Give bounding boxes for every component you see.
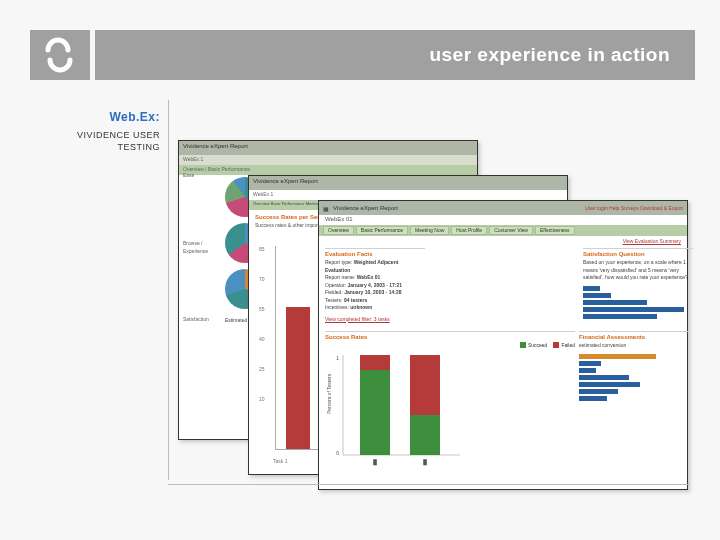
tab-effectiveness[interactable]: Effectiveness — [535, 226, 575, 235]
eval-label: Report type: — [325, 259, 352, 265]
bar — [583, 293, 611, 298]
pa-title: Financial Assessments — [579, 334, 689, 340]
axis-label: Task 1 — [273, 458, 287, 464]
eval-more-link[interactable]: View completed filter: 3 tasks — [325, 316, 425, 324]
sidebar: Web.Ex: VIVIDENCE USER TESTING — [40, 110, 160, 152]
eval-title: Evaluation Facts — [325, 251, 425, 257]
bar — [583, 286, 600, 291]
logo-icon — [30, 30, 90, 80]
svg-text:█: █ — [423, 459, 427, 466]
svg-text:█: █ — [373, 459, 377, 466]
card1-header: Vividence eXpert Report — [179, 141, 477, 155]
bar — [583, 300, 647, 305]
axis-label: 25 — [259, 366, 265, 372]
satisfaction-panel: Satisfaction Question Based on your expe… — [583, 248, 693, 323]
pa-chart — [579, 354, 689, 401]
bar — [579, 389, 618, 394]
eval-label: Report name: — [325, 274, 355, 280]
row2: Success Rates Succeed Failed Percent of … — [325, 331, 693, 474]
bar — [583, 314, 657, 319]
card2-sub: WebEx 1 — [249, 190, 567, 200]
card1-side-item: Browse / Experience — [183, 239, 219, 255]
view-summary-link[interactable]: View Evaluation Summary — [319, 236, 687, 246]
svg-rect-7 — [410, 355, 440, 415]
sidebar-sub2: TESTING — [40, 142, 160, 152]
bar — [583, 307, 684, 312]
axis-label: 40 — [259, 336, 265, 342]
card3-header-text: Vividence eXpert Report — [333, 205, 398, 211]
spacer — [429, 248, 579, 323]
success-title: Success Rates — [325, 334, 575, 340]
card3-header: ▦ Vividence eXpert Report User login Hel… — [319, 201, 687, 215]
legend: Succeed Failed — [325, 342, 575, 348]
page-title: user experience in action — [429, 44, 670, 66]
bar — [579, 382, 640, 387]
axis-label: 85 — [259, 246, 265, 252]
tab-host[interactable]: Host Profile — [451, 226, 487, 235]
tab-overview[interactable]: Overview — [323, 226, 354, 235]
financial-panel: Financial Assessments estimated conversi… — [579, 331, 689, 474]
eval-value: WebEx 01 — [357, 274, 381, 280]
svg-rect-4 — [360, 370, 390, 455]
card3-tabs: Overview Basic Performance Meeting Now H… — [319, 225, 687, 236]
tab-customer[interactable]: Customer View — [489, 226, 533, 235]
sat-text: Based on your experience, on a scale whe… — [583, 259, 693, 282]
legend-succeed: Succeed — [520, 342, 547, 348]
title-bar: user experience in action — [95, 30, 695, 80]
bar — [579, 396, 607, 401]
sidebar-heading: Web.Ex: — [40, 110, 160, 124]
axis-label: 55 — [259, 306, 265, 312]
eval-value: January 4, 2003 - 17:21 — [348, 282, 402, 288]
eval-value: 94 testers — [344, 297, 367, 303]
bar — [579, 368, 596, 373]
eval-value: January 10, 2003 - 14:28 — [344, 289, 401, 295]
card1-side-item: Satisfaction — [183, 315, 219, 323]
tab-meeting[interactable]: Meeting Now — [410, 226, 449, 235]
success-chart: Percent of Testers 1 0 █ █ — [325, 350, 465, 470]
sat-title: Satisfaction Question — [583, 251, 693, 257]
card1-sub: WebEx 1 — [179, 155, 477, 165]
card3-body: Evaluation Facts Report type: Weighted A… — [319, 246, 687, 476]
card1-side-item: Ease — [183, 171, 219, 179]
legend-label: Failed — [561, 342, 575, 348]
ylabel: Percent of Testers — [326, 373, 332, 414]
axis-label: 10 — [259, 396, 265, 402]
eval-lines: Report type: Weighted Adjacent Evaluatio… — [325, 259, 425, 323]
eval-label: Incentives: — [325, 304, 349, 310]
tab-basic[interactable]: Basic Performance — [356, 226, 408, 235]
report-card-3: ▦ Vividence eXpert Report User login Hel… — [318, 200, 688, 490]
eval-label: Fielded: — [325, 289, 343, 295]
evaluation-facts-panel: Evaluation Facts Report type: Weighted A… — [325, 248, 425, 323]
header: user experience in action — [0, 30, 720, 80]
card3-toplinks[interactable]: User login Help Surveys Download & Expor… — [585, 205, 683, 211]
divider-vertical — [168, 100, 169, 480]
bar — [579, 375, 629, 380]
svg-text:0: 0 — [336, 450, 339, 456]
sat-chart — [583, 286, 693, 319]
svg-rect-6 — [410, 415, 440, 455]
card2-header: Vividence eXpert Report — [249, 176, 567, 190]
success-rates-panel: Success Rates Succeed Failed Percent of … — [325, 331, 575, 474]
eval-label: Testers: — [325, 297, 343, 303]
svg-rect-5 — [360, 355, 390, 370]
bar — [286, 307, 310, 449]
logo — [30, 30, 90, 80]
eval-label: Operator: — [325, 282, 346, 288]
eval-value: unknown — [350, 304, 372, 310]
card3-sub: WebEx 01 — [319, 215, 687, 225]
app-icon: ▦ — [323, 205, 329, 212]
card1-sidebar: Ease Browse / Experience Satisfaction — [183, 171, 219, 323]
legend-label: Succeed — [528, 342, 547, 348]
bar — [579, 354, 656, 359]
axis-label: 70 — [259, 276, 265, 282]
svg-text:1: 1 — [336, 355, 339, 361]
bar — [579, 361, 601, 366]
legend-failed: Failed — [553, 342, 575, 348]
sidebar-sub1: VIVIDENCE USER — [40, 130, 160, 140]
legend-swatch-icon — [520, 342, 526, 348]
pa-sub: estimated conversion — [579, 342, 689, 350]
legend-swatch-icon — [553, 342, 559, 348]
divider-horizontal — [168, 484, 690, 485]
